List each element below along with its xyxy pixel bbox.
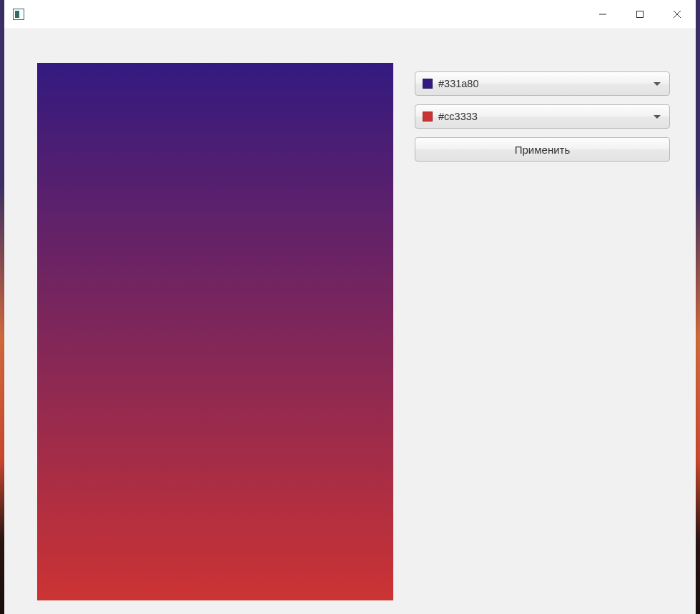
close-button[interactable] xyxy=(659,0,696,29)
close-icon xyxy=(673,10,681,19)
app-icon xyxy=(13,9,24,20)
maximize-icon xyxy=(636,10,644,19)
titlebar xyxy=(4,0,696,29)
minimize-button[interactable] xyxy=(584,0,621,29)
chevron-down-icon xyxy=(654,82,661,86)
color-swatch-icon xyxy=(423,79,433,89)
color-picker-top[interactable]: #331a80 xyxy=(415,71,670,96)
chevron-down-icon xyxy=(654,115,661,119)
side-panel: #331a80 #cc3333 Применить xyxy=(415,63,670,600)
color-picker-bottom[interactable]: #cc3333 xyxy=(415,104,670,129)
svg-rect-1 xyxy=(637,11,644,17)
apply-button[interactable]: Применить xyxy=(415,137,670,162)
color-picker-top-value: #331a80 xyxy=(438,78,648,89)
minimize-icon xyxy=(598,10,607,19)
gradient-preview xyxy=(37,63,393,600)
color-swatch-icon xyxy=(423,112,433,122)
apply-button-label: Применить xyxy=(515,144,571,156)
client-area: #331a80 #cc3333 Применить xyxy=(4,29,696,614)
color-picker-bottom-value: #cc3333 xyxy=(438,111,648,122)
maximize-button[interactable] xyxy=(621,0,659,29)
app-window: #331a80 #cc3333 Применить xyxy=(4,0,696,610)
